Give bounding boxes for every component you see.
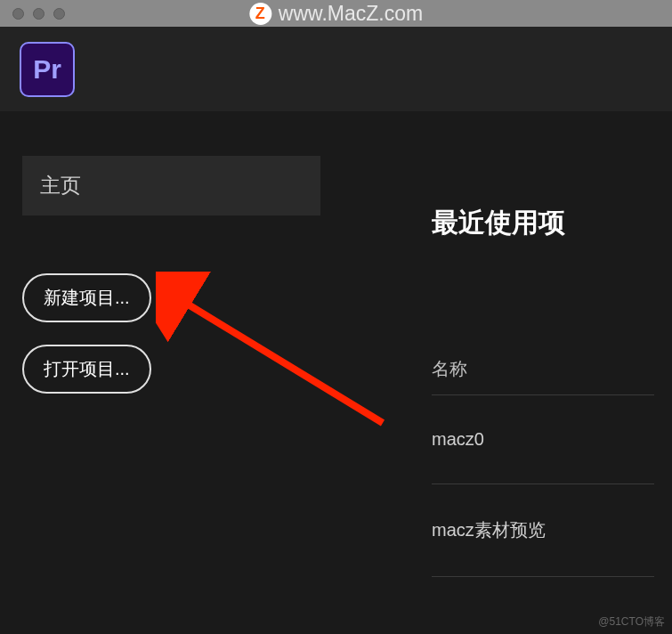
left-sidebar: 主页 新建项目... 打开项目... [0,111,343,634]
close-window-button[interactable] [12,8,24,20]
main-content: 主页 新建项目... 打开项目... 最近使用项 名称 macz0 macz素材… [0,111,672,634]
minimize-window-button[interactable] [33,8,45,20]
window-titlebar: Z www.MacZ.com [0,0,672,27]
project-row[interactable]: macz素材预览 [432,484,654,577]
premiere-app-icon: Pr [20,42,75,97]
home-tab[interactable]: 主页 [22,156,320,215]
new-project-button[interactable]: 新建项目... [22,273,151,322]
app-toolbar: Pr [0,27,672,111]
footer-watermark: @51CTO博客 [598,614,665,630]
recent-section-title: 最近使用项 [432,205,654,241]
recent-projects-panel: 最近使用项 名称 macz0 macz素材预览 [343,111,672,634]
window-controls [0,8,65,20]
maximize-window-button[interactable] [53,8,65,20]
watermark-text: www.MacZ.com [279,2,423,26]
titlebar-watermark: Z www.MacZ.com [249,2,423,26]
open-project-button[interactable]: 打开项目... [22,345,151,394]
name-column-header[interactable]: 名称 [432,344,654,395]
watermark-badge-icon: Z [249,3,271,25]
project-row[interactable]: macz0 [432,395,654,484]
